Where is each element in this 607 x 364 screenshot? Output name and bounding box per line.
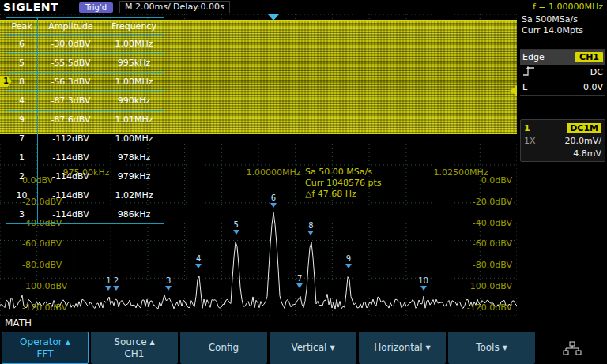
db-scale-label: -60.0dBV xyxy=(22,238,62,249)
fft-delta-f: △f 47.68 Hz xyxy=(305,189,382,200)
fft-trace xyxy=(0,212,517,309)
peak-marker-4: 4 xyxy=(193,255,204,268)
table-row: 8-56.3dBV1.00MHz xyxy=(6,73,164,92)
peak-triangle-icon xyxy=(270,203,277,208)
peak-marker-3: 3 xyxy=(163,277,174,291)
peak-triangle-icon xyxy=(296,283,303,288)
col-header-frequency: Frequency xyxy=(104,18,164,35)
amplitude-cell: -114dBV xyxy=(38,186,104,205)
frequency-cell: 986kHz xyxy=(104,205,164,224)
config-button[interactable]: Config xyxy=(180,332,267,364)
fft-points: Curr 1048576 pts xyxy=(305,178,382,189)
peak-cell: 6 xyxy=(6,35,38,54)
frequency-cell: 995kHz xyxy=(104,54,164,73)
up-arrow-icon: ▲ xyxy=(150,337,155,347)
db-scale-label: -120.0dBV xyxy=(467,302,512,313)
table-row: 10-114dBV1.02MHz xyxy=(6,186,164,205)
peak-triangle-icon xyxy=(233,230,239,235)
col-header-peak: Peak xyxy=(6,18,38,35)
table-row: 9-87.6dBV1.01MHz xyxy=(6,111,164,129)
trigger-status-badge: Trig'd xyxy=(79,2,113,13)
channel-coupling-badge: DC1M xyxy=(567,123,601,133)
down-arrow-icon: ▼ xyxy=(503,343,507,353)
peak-triangle-icon xyxy=(165,286,172,291)
col-header-amplitude: Amplitude xyxy=(38,18,104,35)
utility-area xyxy=(537,332,607,364)
rising-edge-icon xyxy=(522,66,535,79)
peak-triangle-icon xyxy=(420,286,427,291)
frequency-cell: 978kHz xyxy=(104,148,164,167)
operator-label: Operator xyxy=(20,337,62,347)
frequency-cell: 979kHz xyxy=(104,167,164,186)
timebase-readout: M 2.00ms/ Delay:0.00s xyxy=(119,1,230,13)
db-scale-label: -100.0dBV xyxy=(467,281,512,291)
operator-value: FFT xyxy=(37,349,54,359)
peak-table-header: Peak Amplitude Frequency xyxy=(6,18,164,35)
table-row: 6-30.0dBV1.00MHz xyxy=(6,35,164,54)
horizontal-label: Horizontal xyxy=(374,343,422,353)
trigger-info-box: Edge CH1 DC L 0.0V xyxy=(520,49,605,96)
peak-marker-6: 6 xyxy=(268,194,279,208)
source-value: CH1 xyxy=(124,349,144,359)
peak-triangle-icon xyxy=(113,286,119,291)
trigger-position-icon[interactable] xyxy=(268,14,279,21)
db-scale-label: -20.0dBV xyxy=(473,197,512,207)
down-arrow-icon: ▼ xyxy=(426,343,431,353)
amplitude-cell: -114dBV xyxy=(38,148,104,167)
waveform-display: 1 Sa 50.00 MSa/s Curr 1048576 pts △f 47.… xyxy=(0,14,517,316)
peak-cell: 9 xyxy=(6,111,38,129)
down-arrow-icon: ▼ xyxy=(330,343,334,353)
frequency-cell: 1.00MHz xyxy=(104,73,164,92)
math-mode-label: MATH xyxy=(5,317,32,328)
frequency-cell: 1.01MHz xyxy=(104,111,164,129)
frequency-cell: 1.02MHz xyxy=(104,186,164,205)
db-scale-label: -120.0dBV xyxy=(22,302,67,313)
frequency-counter: f = 1.00000MHz xyxy=(533,2,603,12)
frequency-cell: 1.00MHz xyxy=(104,35,164,54)
amplitude-cell: -87.3dBV xyxy=(38,92,104,111)
peak-triangle-icon xyxy=(195,264,202,268)
channel1-info-box: 1 DC1M 1X 20.0mV/ 4.8mV xyxy=(520,119,605,162)
peak-cell: 4 xyxy=(6,92,38,111)
amplitude-cell: -112dBV xyxy=(38,129,104,148)
table-row: 2-114dBV979kHz xyxy=(6,167,164,186)
siglent-logo: SIGLENT xyxy=(3,1,76,13)
trigger-level-value: 0.0V xyxy=(583,82,603,92)
peak-marker-8: 8 xyxy=(305,222,316,235)
volts-per-div: 20.0mV/ xyxy=(565,136,601,146)
peak-triangle-icon xyxy=(307,231,314,235)
trigger-coupling: DC xyxy=(590,67,603,77)
tools-button[interactable]: Tools▼ xyxy=(448,332,535,364)
db-scale-label: -80.0dBV xyxy=(22,260,62,270)
trigger-level-label: L xyxy=(522,82,527,92)
db-scale-label: -80.0dBV xyxy=(473,260,512,270)
db-scale-label: -100.0dBV xyxy=(22,281,67,291)
vertical-label: Vertical xyxy=(291,343,326,353)
sample-rate-readout: Sa 500MSa/s xyxy=(522,14,605,25)
probe-attenuation: 1X xyxy=(524,136,536,146)
peak-marker-9: 9 xyxy=(343,255,354,268)
channel-offset: 4.8mV xyxy=(573,148,601,159)
freq-axis-label-center: 1.00000MHz xyxy=(246,167,300,178)
network-icon xyxy=(563,341,582,355)
amplitude-cell: -114dBV xyxy=(38,205,104,224)
operator-button[interactable]: Operator▲ FFT xyxy=(2,332,89,364)
horizontal-button[interactable]: Horizontal▼ xyxy=(359,332,446,364)
amplitude-cell: -114dBV xyxy=(38,167,104,186)
trigger-source-badge: CH1 xyxy=(575,52,603,62)
peak-cell: 2 xyxy=(6,167,38,186)
source-button[interactable]: Source▲ CH1 xyxy=(91,332,178,364)
peak-cell: 7 xyxy=(6,129,38,148)
vertical-button[interactable]: Vertical▼ xyxy=(270,332,356,364)
peak-cell: 5 xyxy=(6,54,38,73)
peak-triangle-icon xyxy=(345,264,352,268)
peak-cell: 8 xyxy=(6,73,38,92)
channel-number: 1 xyxy=(524,123,530,133)
top-status-bar: SIGLENT Trig'd M 2.00ms/ Delay:0.00s f =… xyxy=(0,0,607,14)
peak-cell: 1 xyxy=(6,148,38,167)
table-row: 5-55.5dBV995kHz xyxy=(6,54,164,73)
oscilloscope-screen: SIGLENT Trig'd M 2.00ms/ Delay:0.00s f =… xyxy=(0,0,607,364)
peak-table: Peak Amplitude Frequency 6-30.0dBV1.00MH… xyxy=(6,17,164,224)
softkey-menu-bar: Operator▲ FFT Source▲ CH1 Config Vertica… xyxy=(0,332,607,364)
db-scale-label: -60.0dBV xyxy=(473,238,512,249)
